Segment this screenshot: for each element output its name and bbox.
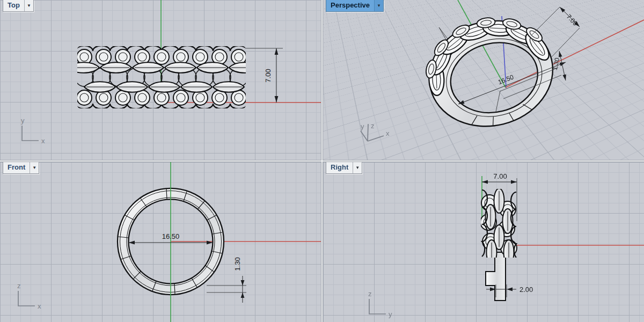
cplane-axis-icon: y z x [361,122,390,141]
viewport-title: Front [3,162,30,173]
viewport-tab-right[interactable]: Right ▼ [326,162,362,174]
viewport-title: Right [326,162,353,173]
ring-model-perspective[interactable] [414,3,566,140]
viewport-top-canvas: 7.00 y x [0,0,321,160]
ring-model-top-view[interactable] [68,46,260,109]
svg-text:y: y [389,310,392,318]
svg-text:y: y [21,116,25,125]
viewport-top[interactable]: 7.00 y x Top ▼ [0,0,321,160]
viewport-tab-top[interactable]: Top ▼ [3,0,34,12]
viewport-title: Top [3,0,24,11]
svg-text:z: z [17,282,21,290]
cplane-axis-icon: z y [368,290,392,318]
dim-text-thickness-3d: 1.30 [551,57,561,71]
svg-text:z: z [368,290,372,298]
cplane-axis-icon: y x [21,116,45,145]
dim-text-inner-diameter: 16.50 [162,232,180,240]
viewport-menu-arrow-icon[interactable]: ▼ [374,0,383,11]
svg-text:x: x [41,137,45,145]
dim-text-band-width: 7.00 [264,69,272,82]
dim-text-band-thickness: 1.30 [233,257,241,270]
viewport-title: Perspective [326,0,374,11]
viewport-perspective[interactable]: 7.00 16.50 1.30 y z x P [323,0,644,160]
viewport-right-canvas: 7.00 2.00 z y [323,162,644,322]
viewport-menu-arrow-icon[interactable]: ▼ [30,162,39,173]
viewport-tab-front[interactable]: Front ▼ [3,162,39,174]
dimension-inner-diameter[interactable]: 16.50 [129,232,213,244]
viewport-menu-arrow-icon[interactable]: ▼ [353,162,362,173]
svg-text:x: x [38,302,41,310]
dimension-band-width[interactable]: 7.00 [246,48,283,103]
dim-text-shank-width: 2.00 [519,286,533,294]
viewport-menu-arrow-icon[interactable]: ▼ [24,0,33,11]
svg-text:z: z [371,122,375,130]
viewport-right[interactable]: 7.00 2.00 z y Right ▼ [323,162,644,322]
viewport-front-canvas: 16.50 1.30 z x [0,162,321,322]
svg-text:x: x [386,129,390,137]
viewport-front[interactable]: 16.50 1.30 z x Front ▼ [0,162,321,322]
dim-text-band-width: 7.00 [493,172,507,180]
viewport-perspective-canvas: 7.00 16.50 1.30 y z x [323,0,644,160]
cplane-axis-icon: z x [17,282,41,310]
ring-model-right-view[interactable] [480,188,517,301]
svg-text:y: y [361,122,364,130]
viewport-tab-perspective[interactable]: Perspective ▼ [326,0,384,12]
dimension-shank-width[interactable]: 2.00 [486,284,533,297]
